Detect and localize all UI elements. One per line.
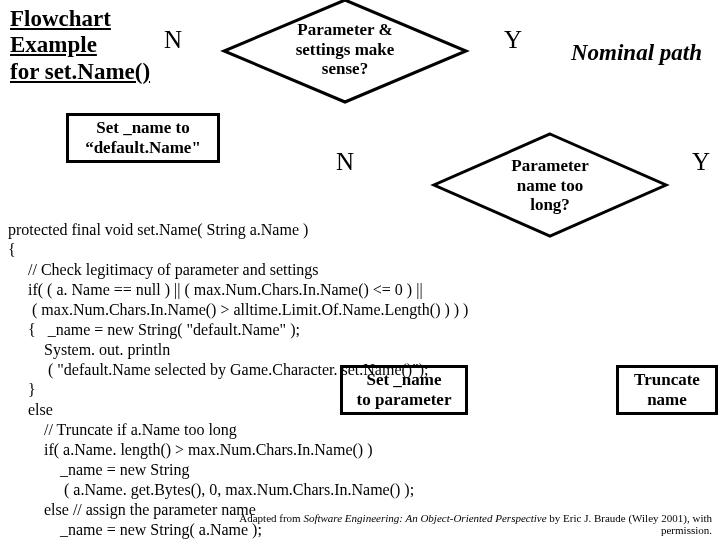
credit-post: by Eric J. Braude (Wiley 2001), with per… [547,512,712,536]
decision1-y: Y [504,26,522,54]
decision1-n: N [164,26,182,54]
credit-pre: Adapted from [239,512,303,524]
credit-title: Software Engineering: An Object-Oriented… [303,512,546,524]
decision-name-too-long-text: Parameter name too long? [500,156,600,215]
decision-params-sense-text: Parameter & settings make sense? [276,20,414,79]
credit-line: Adapted from Software Engineering: An Ob… [200,512,712,536]
page-title: Flowchart Example for set.Name() [10,6,150,85]
decision2-n: N [336,148,354,176]
box-truncate: Truncate name [616,365,718,415]
box-set-default: Set _name to “default.Name" [66,113,220,163]
nominal-path-label: Nominal path [571,40,702,66]
code-listing: protected final void set.Name( String a.… [8,220,468,540]
decision2-y: Y [692,148,710,176]
